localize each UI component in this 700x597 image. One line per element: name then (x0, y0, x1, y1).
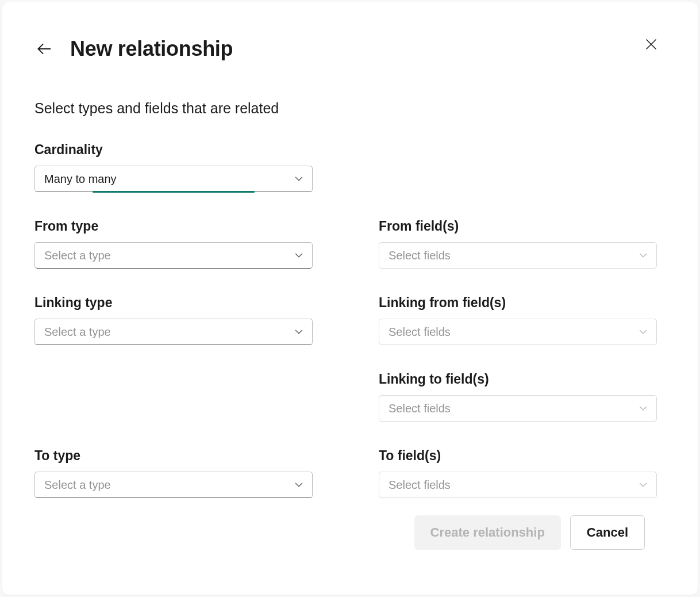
from-fields-label: From field(s) (379, 219, 666, 234)
cardinality-underline-accent (93, 191, 255, 193)
to-fields-label: To field(s) (379, 448, 666, 464)
from-type-placeholder: Select a type (44, 249, 111, 262)
spacer (379, 142, 666, 143)
from-type-select[interactable]: Select a type (34, 242, 313, 269)
header: New relationship (34, 37, 666, 61)
chevron-down-icon (293, 479, 305, 491)
from-fields-placeholder: Select fields (389, 249, 451, 262)
create-relationship-button[interactable]: Create relationship (414, 515, 561, 550)
form-grid: Cardinality Many to many From type Selec… (34, 142, 666, 525)
to-type-select[interactable]: Select a type (34, 472, 313, 498)
footer-actions: Create relationship Cancel (414, 515, 645, 550)
cardinality-field: Cardinality Many to many (34, 142, 321, 192)
to-fields-field: To field(s) Select fields (379, 448, 666, 498)
linking-type-label: Linking type (34, 295, 321, 311)
to-type-field: To type Select a type (34, 448, 321, 498)
back-button[interactable] (34, 39, 54, 59)
linking-to-fields-placeholder: Select fields (389, 402, 451, 415)
chevron-down-icon (637, 402, 649, 415)
cardinality-value: Many to many (44, 173, 117, 186)
chevron-down-icon (637, 249, 649, 262)
subtitle: Select types and fields that are related (34, 100, 666, 117)
from-fields-select[interactable]: Select fields (379, 242, 657, 269)
to-type-label: To type (34, 448, 321, 464)
new-relationship-panel: New relationship Select types and fields… (2, 2, 698, 595)
chevron-down-icon (637, 479, 649, 491)
linking-type-field: Linking type Select a type (34, 295, 321, 345)
linking-from-fields-placeholder: Select fields (389, 326, 451, 339)
to-fields-placeholder: Select fields (389, 479, 451, 492)
from-type-label: From type (34, 219, 321, 234)
cancel-button[interactable]: Cancel (570, 515, 645, 550)
chevron-down-icon (293, 326, 305, 338)
cardinality-select[interactable]: Many to many (34, 166, 313, 192)
chevron-down-icon (293, 249, 305, 262)
arrow-left-icon (36, 41, 52, 57)
chevron-down-icon (293, 173, 305, 185)
linking-to-fields-field: Linking to field(s) Select fields (379, 372, 666, 422)
linking-from-fields-label: Linking from field(s) (379, 295, 666, 311)
linking-type-placeholder: Select a type (44, 326, 111, 339)
linking-type-select[interactable]: Select a type (34, 319, 313, 345)
from-type-field: From type Select a type (34, 219, 321, 269)
spacer (34, 372, 321, 372)
linking-from-fields-field: Linking from field(s) Select fields (379, 295, 666, 345)
from-fields-field: From field(s) Select fields (379, 219, 666, 269)
linking-to-fields-select[interactable]: Select fields (379, 395, 657, 422)
chevron-down-icon (637, 326, 649, 338)
close-icon (644, 37, 658, 51)
to-fields-select[interactable]: Select fields (379, 472, 657, 498)
cardinality-label: Cardinality (34, 142, 321, 158)
page-title: New relationship (70, 37, 233, 61)
linking-to-fields-label: Linking to field(s) (379, 372, 666, 387)
linking-from-fields-select[interactable]: Select fields (379, 319, 657, 345)
close-button[interactable] (641, 35, 661, 54)
to-type-placeholder: Select a type (44, 479, 111, 492)
